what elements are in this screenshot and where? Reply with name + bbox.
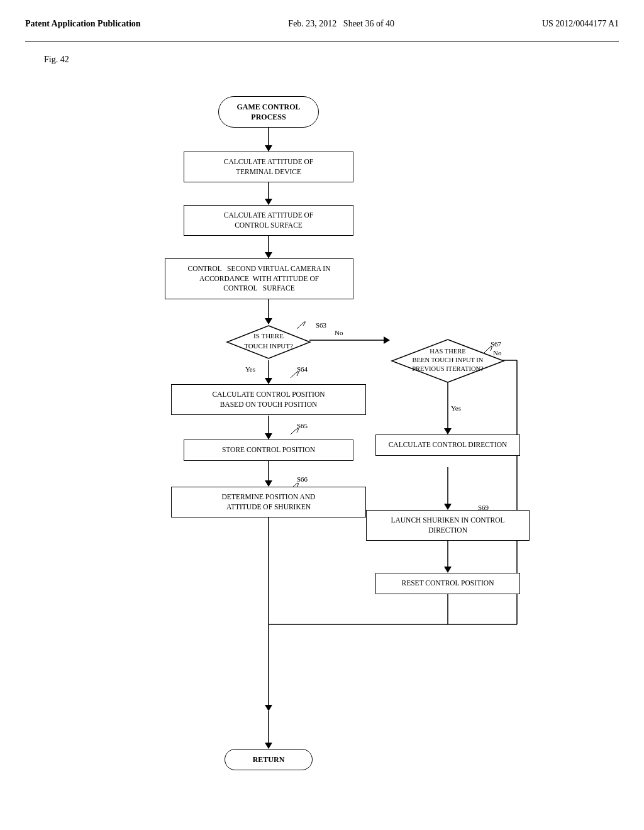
s69-box: LAUNCH SHURIKEN IN CONTROLDIRECTION (366, 510, 530, 541)
svg-text:Yes: Yes (245, 365, 255, 373)
s68-box: CALCULATE CONTROL DIRECTION (375, 434, 520, 456)
s67-diamond-svg: HAS THERE BEEN TOUCH INPUT IN PREVIOUS I… (390, 338, 506, 384)
svg-marker-3 (265, 199, 272, 205)
svg-marker-7 (265, 318, 272, 324)
svg-marker-5 (265, 252, 272, 258)
s64-box: CALCULATE CONTROL POSITIONBASED ON TOUCH… (171, 384, 366, 415)
svg-text:Yes: Yes (451, 404, 461, 412)
svg-text:S63: S63 (316, 321, 327, 329)
svg-marker-13 (265, 480, 272, 487)
svg-text:TOUCH INPUT?: TOUCH INPUT? (244, 342, 293, 350)
s61-box: CALCULATE ATTITUDE OFCONTROL SURFACE (184, 205, 353, 236)
flowchart-svg: No S63 Yes S68 S70 (102, 77, 542, 782)
s68-node: CALCULATE CONTROL DIRECTION (375, 434, 520, 456)
date-label: Feb. 23, 2012 (288, 19, 336, 28)
s63-node: IS THERE TOUCH INPUT? (225, 324, 313, 360)
page-header: Patent Application Publication Feb. 23, … (25, 13, 619, 42)
svg-marker-25 (444, 504, 452, 510)
s60-box: CALCULATE ATTITUDE OFTERMINAL DEVICE (184, 152, 353, 182)
svg-text:S66: S66 (297, 475, 308, 483)
svg-text:HAS THERE: HAS THERE (430, 348, 465, 355)
sheet-label: Sheet 36 of 40 (343, 19, 394, 28)
patent-number: US 2012/0044177 A1 (542, 19, 619, 29)
svg-marker-37 (265, 743, 272, 749)
s62-box: CONTROL SECOND VIRTUAL CAMERA INACCORDAN… (165, 258, 353, 299)
s67-node: HAS THERE BEEN TOUCH INPUT IN PREVIOUS I… (390, 338, 506, 384)
s61-node: CALCULATE ATTITUDE OFCONTROL SURFACE (184, 205, 353, 236)
start-node: GAME CONTROLPROCESS (218, 96, 319, 128)
svg-marker-17 (384, 336, 390, 344)
svg-text:No: No (335, 329, 343, 336)
s65-box: STORE CONTROL POSITION (184, 440, 353, 461)
s69-node: LAUNCH SHURIKEN IN CONTROLDIRECTION (366, 510, 530, 541)
svg-text:BEEN TOUCH INPUT IN: BEEN TOUCH INPUT IN (413, 357, 484, 363)
s60-node: CALCULATE ATTITUDE OFTERMINAL DEVICE (184, 152, 353, 182)
svg-marker-9 (265, 378, 272, 384)
svg-marker-1 (265, 145, 272, 152)
publication-label: Patent Application Publication (25, 19, 141, 29)
s63-diamond-svg: IS THERE TOUCH INPUT? (225, 324, 313, 360)
s62-node: CONTROL SECOND VIRTUAL CAMERA INACCORDAN… (165, 258, 353, 299)
s70-node: RESET CONTROL POSITION (375, 573, 520, 594)
s64-node: CALCULATE CONTROL POSITIONBASED ON TOUCH… (171, 384, 366, 415)
page: Patent Application Publication Feb. 23, … (0, 0, 644, 830)
date-sheet: Feb. 23, 2012 Sheet 36 of 40 (288, 19, 394, 29)
s70-box: RESET CONTROL POSITION (375, 573, 520, 594)
s66-node: DETERMINE POSITION ANDATTITUDE OF SHURIK… (171, 487, 366, 517)
return-node: RETURN (225, 749, 313, 770)
flowchart: No S63 Yes S68 S70 (102, 77, 542, 782)
svg-marker-11 (265, 433, 272, 440)
s65-node: STORE CONTROL POSITION (184, 440, 353, 461)
start-label: GAME CONTROLPROCESS (218, 96, 319, 128)
svg-marker-21 (444, 428, 452, 434)
s66-box: DETERMINE POSITION ANDATTITUDE OF SHURIK… (171, 487, 366, 517)
svg-text:IS THERE: IS THERE (253, 332, 284, 340)
figure-label: Fig. 42 (44, 55, 619, 65)
svg-marker-15 (265, 705, 272, 711)
svg-marker-27 (444, 567, 452, 573)
return-label: RETURN (225, 749, 313, 770)
svg-text:PREVIOUS ITERATION?: PREVIOUS ITERATION? (412, 365, 484, 372)
